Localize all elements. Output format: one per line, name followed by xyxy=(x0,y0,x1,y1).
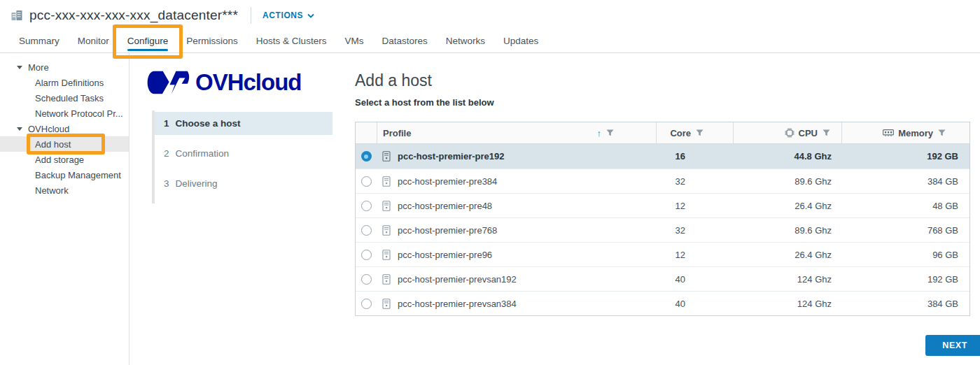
wizard-step-confirmation[interactable]: 2 Confirmation xyxy=(155,142,332,165)
filter-icon[interactable] xyxy=(696,129,704,136)
sidebar-item-label: Add host xyxy=(35,139,71,150)
host-profile-name: pcc-host-premier-pre96 xyxy=(398,250,492,260)
tab-hosts-clusters[interactable]: Hosts & Clusters xyxy=(247,31,336,52)
host-core-value: 16 xyxy=(656,144,733,169)
host-cpu-value: 26.4 Ghz xyxy=(733,194,841,217)
wizard-panel: OVHcloud 1 Choose a host 2 Confirmation … xyxy=(130,53,332,365)
step-number: 1 xyxy=(164,118,169,129)
sidebar-item-scheduled-tasks[interactable]: Scheduled Tasks xyxy=(0,90,129,106)
panel-title: Add a host xyxy=(355,71,980,90)
sidebar-item-add-storage[interactable]: Add storage xyxy=(0,152,129,167)
filter-icon[interactable] xyxy=(606,129,614,136)
header-memory[interactable]: Memory xyxy=(841,122,969,143)
host-core-value: 12 xyxy=(656,243,733,266)
ovhcloud-logo: OVHcloud xyxy=(146,69,332,96)
wizard-steps: 1 Choose a host 2 Confirmation 3 Deliver… xyxy=(152,110,332,203)
tab-monitor[interactable]: Monitor xyxy=(69,31,118,52)
collapse-caret-icon[interactable] xyxy=(17,66,22,69)
host-icon xyxy=(382,151,391,162)
radio-unselected[interactable] xyxy=(361,250,372,260)
configure-sidebar: More Alarm Definitions Scheduled Tasks N… xyxy=(0,53,130,365)
sidebar-item-network[interactable]: Network xyxy=(0,182,129,198)
wizard-step-choose-host[interactable]: 1 Choose a host xyxy=(155,112,332,135)
host-core-value: 12 xyxy=(656,194,733,217)
actions-label: ACTIONS xyxy=(262,10,303,20)
sidebar-group-label: OVHcloud xyxy=(28,124,69,134)
host-cpu-value: 89.6 Ghz xyxy=(733,169,841,193)
host-profile-name: pcc-host-premier-prevsan192 xyxy=(398,274,517,285)
object-header: pcc-xxx-xxx-xxx-xxx_datacenter*** ACTION… xyxy=(0,0,980,31)
tab-datastores[interactable]: Datastores xyxy=(372,31,436,52)
tab-networks[interactable]: Networks xyxy=(437,31,494,52)
sidebar-item-alarm-definitions[interactable]: Alarm Definitions xyxy=(0,75,129,90)
sidebar-item-add-host[interactable]: Add host xyxy=(0,136,129,152)
sidebar-group-ovhcloud[interactable]: OVHcloud xyxy=(0,121,129,136)
datacenter-icon xyxy=(10,8,24,22)
table-row[interactable]: pcc-host-premier-pre48 12 26.4 Ghz 48 GB xyxy=(356,193,969,217)
table-row[interactable]: pcc-host-premier-pre384 32 89.6 Ghz 384 … xyxy=(356,169,969,193)
host-cpu-value: 124 Ghz xyxy=(733,292,841,315)
radio-unselected[interactable] xyxy=(361,176,372,187)
collapse-caret-icon[interactable] xyxy=(17,127,22,131)
add-host-panel: Add a host Select a host from the list b… xyxy=(332,53,980,365)
tab-vms[interactable]: VMs xyxy=(335,31,372,52)
header-divider xyxy=(251,7,251,24)
panel-subtitle: Select a host from the list below xyxy=(355,97,980,108)
sidebar-group-label: More xyxy=(28,62,49,73)
table-row[interactable]: pcc-host-premier-pre96 12 26.4 Ghz 96 GB xyxy=(356,242,969,266)
ovhcloud-logo-text: OVHcloud xyxy=(195,69,302,96)
host-memory-value: 48 GB xyxy=(841,194,969,217)
filter-icon[interactable] xyxy=(822,129,830,136)
active-tab-indicator xyxy=(127,49,169,51)
host-icon xyxy=(382,176,391,187)
host-profile-name: pcc-host-premier-pre384 xyxy=(398,176,497,187)
host-table-header: Profile ↑ Core xyxy=(356,122,969,144)
actions-menu-button[interactable]: ACTIONS xyxy=(262,10,314,20)
step-label: Choose a host xyxy=(176,118,241,129)
header-core[interactable]: Core xyxy=(656,122,733,143)
host-memory-value: 768 GB xyxy=(841,218,969,242)
step-label: Confirmation xyxy=(176,148,230,159)
sidebar-item-backup-management[interactable]: Backup Management xyxy=(0,167,129,182)
next-button[interactable]: NEXT xyxy=(925,335,980,356)
page-title: pcc-xxx-xxx-xxx-xxx_datacenter*** xyxy=(29,8,238,23)
tab-updates[interactable]: Updates xyxy=(494,31,547,52)
column-label: CPU xyxy=(799,128,818,138)
host-memory-value: 384 GB xyxy=(841,292,969,315)
table-row[interactable]: pcc-host-premier-prevsan384 40 124 Ghz 3… xyxy=(356,291,969,315)
radio-selected[interactable] xyxy=(361,151,372,162)
filter-icon[interactable] xyxy=(938,129,946,136)
radio-unselected[interactable] xyxy=(361,299,372,309)
radio-unselected[interactable] xyxy=(361,274,372,285)
host-icon xyxy=(382,201,391,211)
sidebar-group-more[interactable]: More xyxy=(0,59,129,75)
tab-configure[interactable]: Configure xyxy=(118,31,178,52)
chevron-down-icon xyxy=(307,13,314,18)
radio-unselected[interactable] xyxy=(361,201,372,211)
header-cpu[interactable]: CPU xyxy=(733,122,841,143)
radio-unselected[interactable] xyxy=(361,225,372,236)
table-row[interactable]: pcc-host-premier-prevsan192 40 124 Ghz 1… xyxy=(356,266,969,291)
host-core-value: 32 xyxy=(656,169,733,193)
host-core-value: 40 xyxy=(656,267,733,291)
step-number: 2 xyxy=(164,148,169,159)
step-number: 3 xyxy=(164,178,169,189)
sidebar-item-network-protocol[interactable]: Network Protocol Pr... xyxy=(0,106,129,121)
tab-bar: Summary Monitor Configure Permissions Ho… xyxy=(0,31,980,53)
tab-permissions[interactable]: Permissions xyxy=(177,31,247,52)
host-icon xyxy=(382,274,391,285)
column-label: Memory xyxy=(898,128,933,138)
host-profile-name: pcc-host-premier-pre768 xyxy=(398,225,497,236)
header-profile[interactable]: Profile ↑ xyxy=(377,122,656,143)
table-row[interactable]: pcc-host-premier-pre768 32 89.6 Ghz 768 … xyxy=(356,217,969,242)
table-row[interactable]: pcc-host-premier-pre192 16 44.8 Ghz 192 … xyxy=(356,144,969,169)
host-icon xyxy=(382,299,391,309)
host-memory-value: 96 GB xyxy=(841,243,969,266)
sort-ascending-icon[interactable]: ↑ xyxy=(597,128,602,138)
wizard-step-delivering[interactable]: 3 Delivering xyxy=(155,172,332,195)
host-cpu-value: 124 Ghz xyxy=(733,267,841,291)
host-icon xyxy=(382,225,391,236)
host-memory-value: 384 GB xyxy=(841,169,969,193)
host-cpu-value: 26.4 Ghz xyxy=(733,243,841,266)
tab-summary[interactable]: Summary xyxy=(10,31,69,52)
